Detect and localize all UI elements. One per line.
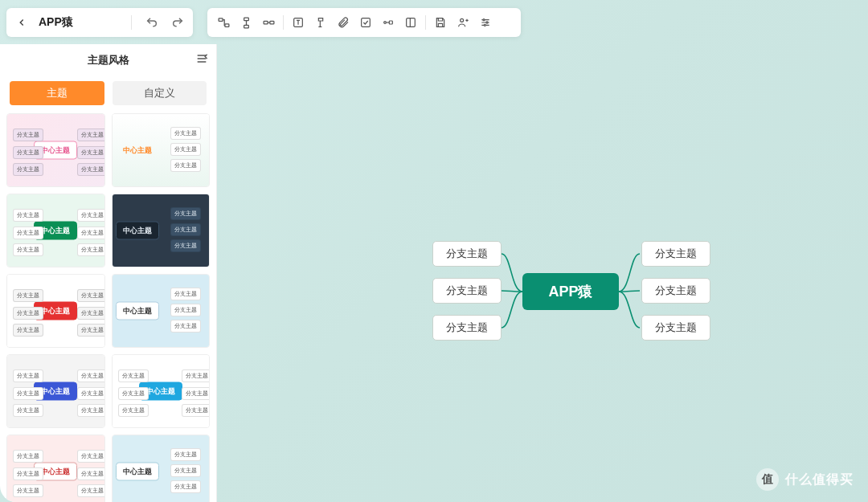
mindmap-branch-node[interactable]: 分支主题 bbox=[432, 241, 502, 267]
svg-rect-5 bbox=[269, 21, 273, 24]
watermark-badge: 值 bbox=[756, 468, 779, 491]
watermark: 值 什么值得买 bbox=[756, 468, 854, 491]
paperclip-icon bbox=[337, 16, 350, 29]
save-button[interactable] bbox=[429, 11, 452, 34]
divider bbox=[425, 15, 426, 30]
theme-grid: 中心主题分支主题分支主题分支主题分支主题分支主题分支主题中心主题分支主题分支主题… bbox=[0, 113, 216, 502]
tab-theme[interactable]: 主题 bbox=[10, 81, 104, 105]
undo-icon bbox=[145, 16, 158, 29]
theme-option[interactable]: 中心主题分支主题分支主题分支主题 bbox=[112, 435, 211, 502]
sidebar-title: 主题风格 bbox=[88, 53, 129, 67]
sidebar-header: 主题风格 bbox=[0, 44, 216, 76]
text-icon bbox=[292, 16, 305, 29]
topic-below-icon bbox=[240, 16, 253, 30]
share-person-icon bbox=[457, 16, 469, 29]
mindmap-branch-node[interactable]: 分支主题 bbox=[641, 241, 710, 267]
svg-rect-7 bbox=[362, 18, 371, 27]
watermark-text: 什么值得买 bbox=[785, 471, 854, 488]
svg-rect-10 bbox=[407, 18, 416, 27]
theme-option[interactable]: 中心主题分支主题分支主题分支主题分支主题分支主题分支主题 bbox=[6, 274, 105, 348]
tab-custom[interactable]: 自定义 bbox=[113, 81, 207, 105]
insert-related-button[interactable] bbox=[257, 11, 280, 34]
title-bar: APP猿 bbox=[6, 8, 193, 37]
undo-button[interactable] bbox=[143, 14, 161, 31]
attachment-button[interactable] bbox=[332, 11, 354, 34]
link-button[interactable] bbox=[377, 11, 399, 34]
format-icon bbox=[314, 16, 327, 29]
task-button[interactable] bbox=[354, 11, 377, 34]
related-icon bbox=[262, 16, 276, 30]
format-button[interactable] bbox=[309, 11, 332, 34]
theme-option[interactable]: 中心主题分支主题分支主题分支主题 bbox=[112, 113, 211, 187]
redo-icon bbox=[171, 16, 184, 29]
back-button[interactable] bbox=[13, 14, 31, 31]
theme-option[interactable]: 中心主题分支主题分支主题分支主题分支主题分支主题分支主题 bbox=[6, 435, 105, 502]
insert-topic-below-button[interactable] bbox=[235, 11, 257, 34]
layout-icon bbox=[404, 16, 417, 29]
collapse-icon bbox=[195, 52, 208, 65]
svg-rect-3 bbox=[244, 25, 248, 28]
svg-rect-0 bbox=[219, 18, 223, 21]
svg-point-14 bbox=[484, 24, 485, 26]
sidebar-theme-panel: 主题风格 主题 自定义 中心主题分支主题分支主题分支主题分支主题分支主题分支主题… bbox=[0, 44, 217, 502]
svg-point-11 bbox=[461, 18, 464, 22]
svg-rect-4 bbox=[264, 21, 268, 24]
sidebar-tabs: 主题 自定义 bbox=[0, 76, 216, 113]
svg-rect-1 bbox=[224, 23, 228, 27]
mindmap-center-node[interactable]: APP猿 bbox=[522, 273, 619, 310]
theme-option[interactable]: 中心主题分支主题分支主题分支主题 bbox=[112, 194, 211, 267]
theme-option[interactable]: 中心主题分支主题分支主题分支主题分支主题分支主题分支主题 bbox=[6, 194, 105, 267]
svg-rect-2 bbox=[244, 18, 248, 21]
divider bbox=[283, 15, 284, 30]
mindmap-branch-node[interactable]: 分支主题 bbox=[432, 315, 502, 341]
text-button[interactable] bbox=[287, 11, 309, 34]
svg-rect-9 bbox=[389, 21, 392, 24]
svg-point-8 bbox=[384, 22, 387, 24]
share-button[interactable] bbox=[452, 11, 474, 34]
settings-list-button[interactable] bbox=[474, 11, 497, 34]
subtopic-icon bbox=[217, 16, 231, 30]
redo-button[interactable] bbox=[169, 14, 186, 31]
mindmap-branch-node[interactable]: 分支主题 bbox=[641, 315, 710, 341]
chevron-left-icon bbox=[16, 17, 27, 28]
mindmap-branch-node[interactable]: 分支主题 bbox=[432, 278, 502, 304]
theme-option[interactable]: 中心主题分支主题分支主题分支主题分支主题分支主题分支主题 bbox=[112, 354, 211, 428]
svg-point-13 bbox=[486, 22, 488, 23]
save-icon bbox=[434, 16, 447, 29]
insert-subtopic-button[interactable] bbox=[212, 11, 235, 34]
theme-option[interactable]: 中心主题分支主题分支主题分支主题分支主题分支主题分支主题 bbox=[6, 354, 105, 428]
divider bbox=[131, 15, 132, 30]
toolbar bbox=[207, 8, 521, 37]
checkbox-icon bbox=[359, 16, 372, 29]
layout-button[interactable] bbox=[399, 11, 422, 34]
page-title: APP猿 bbox=[39, 15, 73, 30]
svg-point-12 bbox=[483, 19, 485, 21]
mindmap-branch-node[interactable]: 分支主题 bbox=[641, 278, 710, 304]
theme-option[interactable]: 中心主题分支主题分支主题分支主题 bbox=[112, 274, 211, 348]
connector-icon bbox=[382, 16, 395, 29]
sliders-icon bbox=[479, 16, 492, 29]
collapse-panel-button[interactable] bbox=[195, 52, 208, 65]
theme-option[interactable]: 中心主题分支主题分支主题分支主题分支主题分支主题分支主题 bbox=[6, 113, 105, 187]
